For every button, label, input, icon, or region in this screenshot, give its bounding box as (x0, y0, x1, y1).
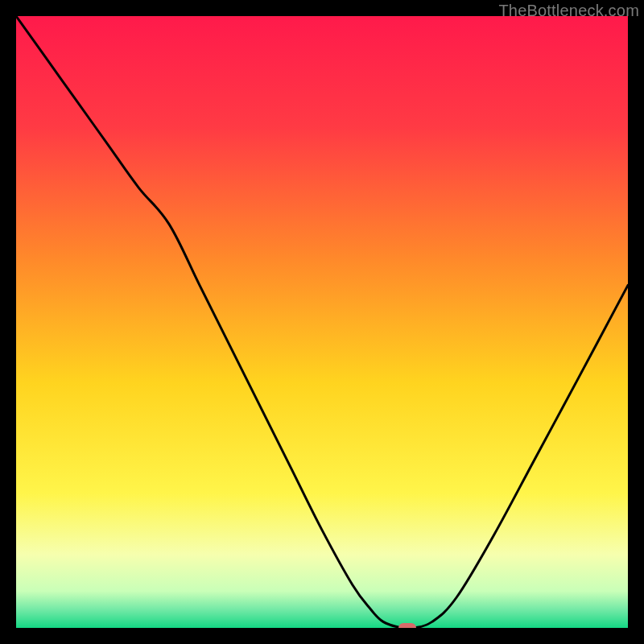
chart-frame: TheBottleneck.com (0, 0, 644, 644)
svg-rect-0 (16, 16, 628, 628)
background-gradient (16, 16, 628, 628)
chart-plot-area (16, 16, 628, 628)
